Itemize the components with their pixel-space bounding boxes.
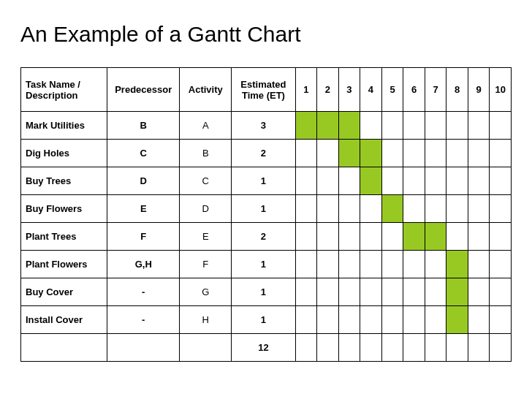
gantt-cell xyxy=(338,334,360,362)
table-row: Buy FlowersED1 xyxy=(21,195,512,223)
et-cell: 1 xyxy=(232,167,295,195)
et-cell: 2 xyxy=(232,223,295,251)
gantt-cell xyxy=(403,251,425,278)
header-time-1: 1 xyxy=(295,68,317,112)
gantt-cell xyxy=(468,251,490,278)
gantt-cell xyxy=(338,112,360,140)
task-name: Install Cover xyxy=(21,306,107,334)
gantt-cell xyxy=(360,195,382,223)
header-time-2: 2 xyxy=(317,68,339,112)
table-row: Mark UtilitiesBA3 xyxy=(21,112,512,140)
header-time-10: 10 xyxy=(490,68,512,112)
header-time-4: 4 xyxy=(360,68,382,112)
task-name: Plant Flowers xyxy=(21,251,107,278)
gantt-cell xyxy=(425,306,446,334)
header-time-3: 3 xyxy=(338,68,360,112)
predecessor-cell: B xyxy=(107,112,180,140)
gantt-cell xyxy=(360,112,382,140)
gantt-cell xyxy=(381,112,403,140)
gantt-cell xyxy=(425,251,446,278)
gantt-cell xyxy=(295,140,317,167)
gantt-cell xyxy=(317,112,339,140)
predecessor-cell: E xyxy=(107,195,180,223)
gantt-cell xyxy=(338,223,360,251)
gantt-cell xyxy=(403,112,425,140)
gantt-cell xyxy=(425,334,446,362)
header-predecessor: Predecessor xyxy=(107,68,180,112)
header-row: Task Name / Description Predecessor Acti… xyxy=(21,68,512,112)
gantt-cell xyxy=(446,112,468,140)
task-name: Dig Holes xyxy=(21,140,107,167)
gantt-cell xyxy=(446,223,468,251)
table-row: Buy TreesDC1 xyxy=(21,167,512,195)
et-cell: 2 xyxy=(232,140,295,167)
gantt-cell xyxy=(490,195,512,223)
page-title: An Example of a Gantt Chart xyxy=(20,22,512,47)
gantt-cell xyxy=(317,334,339,362)
gantt-cell xyxy=(425,223,446,251)
et-cell: 1 xyxy=(232,195,295,223)
table-row: Plant TreesFE2 xyxy=(21,223,512,251)
gantt-cell xyxy=(446,167,468,195)
gantt-cell xyxy=(317,251,339,278)
predecessor-cell: G,H xyxy=(107,251,180,278)
gantt-cell xyxy=(490,112,512,140)
gantt-cell xyxy=(490,251,512,278)
task-name: Mark Utilities xyxy=(21,112,107,140)
gantt-cell xyxy=(446,334,468,362)
predecessor-cell: - xyxy=(107,306,180,334)
activity-cell: F xyxy=(180,251,232,278)
gantt-cell xyxy=(468,306,490,334)
gantt-cell xyxy=(446,306,468,334)
et-cell: 3 xyxy=(232,112,295,140)
gantt-cell xyxy=(381,334,403,362)
header-time-5: 5 xyxy=(381,68,403,112)
gantt-cell xyxy=(403,140,425,167)
gantt-cell xyxy=(295,195,317,223)
gantt-cell xyxy=(468,195,490,223)
gantt-cell xyxy=(338,306,360,334)
gantt-cell xyxy=(338,167,360,195)
header-time-9: 9 xyxy=(468,68,490,112)
gantt-cell xyxy=(490,140,512,167)
gantt-cell xyxy=(490,223,512,251)
gantt-cell xyxy=(490,278,512,306)
gantt-cell xyxy=(446,140,468,167)
gantt-cell xyxy=(425,167,446,195)
gantt-cell xyxy=(403,223,425,251)
gantt-cell xyxy=(295,251,317,278)
et-cell: 1 xyxy=(232,251,295,278)
gantt-cell xyxy=(425,112,446,140)
table-row: Buy Cover-G1 xyxy=(21,278,512,306)
gantt-cell xyxy=(468,167,490,195)
gantt-cell xyxy=(468,112,490,140)
table-row: Dig HolesCB2 xyxy=(21,140,512,167)
table-row: Plant FlowersG,HF1 xyxy=(21,251,512,278)
header-activity: Activity xyxy=(180,68,232,112)
predecessor-cell: C xyxy=(107,140,180,167)
activity-cell: C xyxy=(180,167,232,195)
gantt-cell xyxy=(446,251,468,278)
gantt-cell xyxy=(490,306,512,334)
task-name: Buy Trees xyxy=(21,167,107,195)
gantt-cell xyxy=(381,167,403,195)
gantt-cell xyxy=(468,334,490,362)
header-time-8: 8 xyxy=(446,68,468,112)
gantt-cell xyxy=(446,195,468,223)
gantt-cell xyxy=(425,140,446,167)
gantt-cell xyxy=(338,140,360,167)
et-cell: 1 xyxy=(232,306,295,334)
gantt-cell xyxy=(317,195,339,223)
gantt-cell xyxy=(360,251,382,278)
gantt-cell xyxy=(317,167,339,195)
gantt-cell xyxy=(360,306,382,334)
gantt-cell xyxy=(381,306,403,334)
task-name: Plant Trees xyxy=(21,223,107,251)
gantt-cell xyxy=(295,223,317,251)
gantt-cell xyxy=(403,195,425,223)
predecessor-cell: F xyxy=(107,223,180,251)
gantt-cell xyxy=(360,334,382,362)
gantt-cell xyxy=(338,278,360,306)
gantt-cell xyxy=(295,278,317,306)
gantt-cell xyxy=(403,167,425,195)
